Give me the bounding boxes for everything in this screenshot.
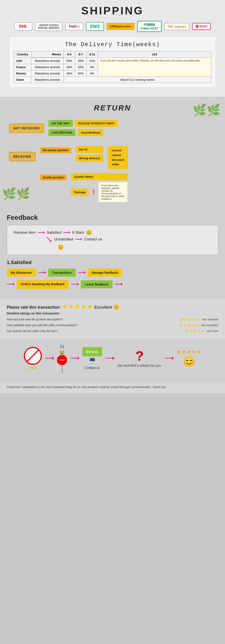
contact-arrow-2: ⟶: [70, 354, 79, 362]
usps-logo: UNITED STATESPOSTAL SERVICE: [35, 22, 62, 31]
step-flow-row-2: ⟶ Orders Awaiting My feedback ⟶ Leave fe…: [7, 280, 218, 289]
fedex-logo: FedEx: [65, 23, 83, 30]
n-text: N: [60, 344, 64, 350]
step-arrow-1: ⟶: [38, 270, 46, 276]
chinapost-logo: 中国邮政CHINA POST: [137, 21, 162, 32]
country-usa: USA: [14, 58, 31, 64]
country-russia: Russia: [14, 70, 31, 77]
detail-row-1: How accurate was the product description…: [7, 317, 218, 322]
happy-smiley: 😊: [86, 230, 92, 236]
not-received-row: NOT RECEIVED ON THE WAY PLEASE PATIENTLY…: [9, 119, 216, 136]
refund-text: refund: [112, 154, 121, 157]
detail3-stars: ★ ★ ★ ★ ★: [185, 329, 205, 334]
excellent-smiley: 😊: [113, 304, 119, 310]
tnt-logo: TNT express: [164, 23, 190, 30]
star-5: ★: [87, 303, 92, 310]
on-the-way-label: ON THE WAY: [48, 120, 73, 127]
email-icon: EMAIL: [82, 347, 102, 356]
manage-feedback-btn[interactable]: Manage feedback: [88, 268, 122, 277]
delivery-container: The Delivery Time(weeks) Country Weeks 4…: [9, 36, 216, 88]
receive-item-text: Receive item: [14, 230, 36, 235]
resend-text: resend: [112, 149, 122, 152]
contact-us-flow-text: Contact us: [84, 237, 102, 242]
arrow-1: ⟶: [38, 230, 45, 236]
please-wait-badge: PLEASE PATIENTLY WAIT: [75, 120, 118, 127]
table-row: Outer Rate(Items arrived) About 5-11 wor…: [14, 77, 211, 83]
col-country: Country: [14, 51, 31, 58]
excellent-text: Excellent: [94, 305, 112, 310]
exclamation-icon: ❗: [90, 189, 96, 195]
five-stars-text: 5 Stars: [72, 230, 84, 235]
laptop-icon: 💻: [82, 356, 102, 364]
contact-arrow-4: ⟶: [165, 354, 174, 362]
col-weeks: Weeks: [31, 51, 64, 58]
discount-text: discount: [112, 158, 124, 162]
table-row: USA Rate(Items arrived) 50% 40% 10% If y…: [14, 58, 211, 64]
my-aliexpress-btn[interactable]: My Aliexpress: [7, 268, 36, 277]
solution-label: We must find a solution for you.: [118, 364, 162, 367]
question-mark: ?: [136, 349, 144, 363]
col-4-5: 4-5: [64, 51, 75, 58]
received-row: RECEIVED Not quality question Not fit Wr…: [9, 145, 216, 202]
delivery-title: The Delivery Time(weeks): [14, 41, 211, 48]
detail2-stars: ★ ★ ★ ★ ★: [179, 323, 199, 328]
stars-smiley-container: ★ ★ ★ ★ ★ 😊: [177, 349, 201, 368]
carrier-logos: DHL UNITED STATESPOSTAL SERVICE FedEx EM…: [9, 21, 216, 32]
ups-logo: UPSExpress Saver: [107, 23, 134, 30]
star-1: ★: [62, 303, 67, 310]
detail2-label: How satisfied were you with the sell's c…: [7, 324, 179, 327]
bottom-note-text: Customers' satisfaction is the most impo…: [7, 385, 218, 389]
transactions-btn[interactable]: Transactions: [48, 268, 76, 277]
step-arrow-4: ⟶: [71, 281, 78, 288]
not-received-label: NOT RECEIVED: [9, 124, 44, 133]
detail-row-2: How satisfied were you with the sell's c…: [7, 323, 218, 328]
arrow-2: ⟶: [63, 230, 70, 236]
rating-section: Please rate this transaction: ★ ★ ★ ★ ★ …: [0, 299, 225, 339]
orders-awaiting-btn[interactable]: Orders Awaiting My feedback: [17, 280, 68, 289]
detail2-value: very asatisfied: [201, 324, 218, 327]
detail3-label: how quickly did the seller ship the item…: [7, 329, 185, 333]
detail1-stars: ★ ★ ★ ★ ★: [180, 317, 200, 322]
country-outer: Outer: [14, 77, 31, 83]
damage-badge: Damage: [71, 189, 89, 196]
sad-icon: 😭: [59, 350, 65, 355]
sad-emoji: 😟: [14, 244, 211, 250]
contact-section: ★ ★ ★ ⟶ N 😭 STOP ⟶ EMAIL 💻 Contact us ⟶ …: [0, 339, 225, 382]
arrow-3: ⟶: [75, 236, 82, 242]
shipping-section: SHIPPING DHL UNITED STATESPOSTAL SERVICE…: [0, 0, 225, 97]
country-france: France: [14, 64, 31, 70]
five-stars-contact: ★ ★ ★ ★ ★: [177, 349, 201, 355]
resend-box: resend refund discount other: [108, 146, 128, 169]
quality-question-badge: Quality question: [40, 174, 66, 180]
leave-feedback-btn[interactable]: Leave feedback: [81, 280, 112, 288]
received-label: RECEIVED: [9, 152, 36, 161]
flow-row-1: Receive item ⟶ Satisfied ⟶ 5 Stars 😊: [14, 230, 211, 236]
contact-label: Contact us: [85, 366, 100, 370]
not-fit-badge: Not fit: [76, 146, 103, 153]
delivery-table: Country Weeks 4-5 6-7 8-11 ≥14 USA Rate(…: [14, 51, 211, 83]
detail1-value: very accdrate: [202, 318, 218, 321]
satisfied-section-title: 1.Satisfied: [7, 260, 218, 266]
rate-russia: Rate(Items arrived): [31, 70, 64, 77]
rate-france: Rate(Items arrived): [31, 64, 64, 70]
ems-logo: EMS: [86, 22, 104, 31]
other-text: other: [112, 163, 119, 166]
dhl-logo: DHL: [14, 22, 32, 30]
lost-return-row: LOST/RETURN resend/refund: [48, 129, 118, 136]
satisfied-text: Satisfied: [46, 230, 61, 235]
unsatisfied-text: Unsatisfied: [54, 237, 73, 242]
contact-flow-row: ★ ★ ★ ⟶ N 😭 STOP ⟶ EMAIL 💻 Contact us ⟶ …: [24, 344, 202, 373]
no-symbol-container: ★ ★ ★: [24, 347, 42, 370]
rate-title: Please rate this transaction: ★ ★ ★ ★ ★ …: [7, 303, 218, 310]
wrong-delivery-badge: Wrong delivery: [76, 155, 103, 162]
email-icon-wrapper: EMAIL 💻: [82, 347, 102, 364]
return-diagram: NOT RECEIVED ON THE WAY PLEASE PATIENTLY…: [4, 119, 220, 202]
col-6-7: 6-7: [75, 51, 86, 58]
no-symbol: [24, 347, 42, 365]
rate-usa: Rate(Items arrived): [31, 58, 64, 64]
rate-outer: Rate(Items arrived): [31, 77, 64, 83]
step-arrow-3: ⟶: [7, 281, 14, 288]
return-section: 🌿🌿 RETURN NOT RECEIVED ON THE WAY PLEASE…: [0, 97, 225, 209]
on-the-way-row: ON THE WAY PLEASE PATIENTLY WAIT: [48, 120, 118, 127]
feedback-section: Feedback Receive item ⟶ Satisfied ⟶ 5 St…: [0, 209, 225, 299]
